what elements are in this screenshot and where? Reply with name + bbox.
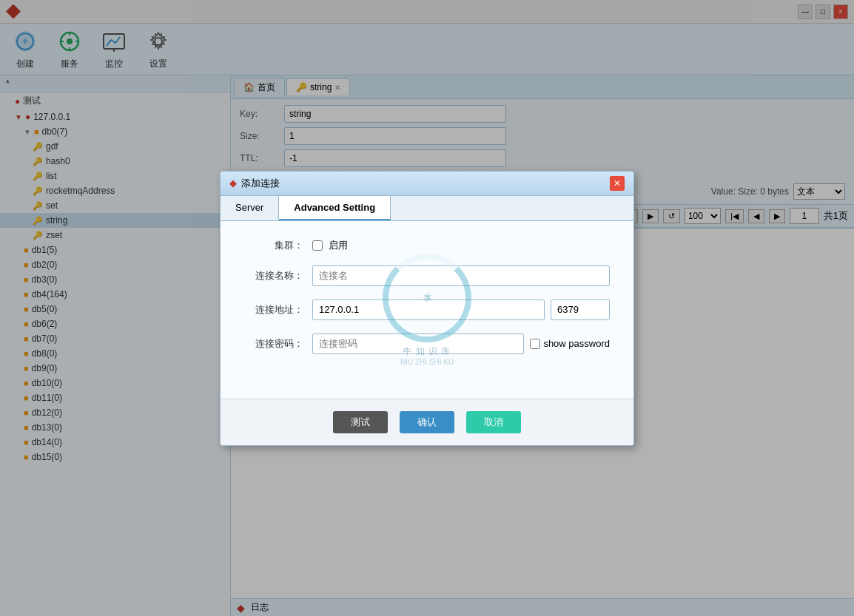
addr-group — [312, 299, 610, 320]
dialog-tab-server-label: Server — [235, 202, 263, 213]
show-password-checkbox[interactable] — [530, 339, 540, 349]
cluster-row: 集群： 启用 — [244, 239, 610, 252]
dialog: ◆ 添加连接 ✕ Server Advanced Setting 水 牛 知 识… — [220, 171, 634, 446]
cancel-dialog-button[interactable]: 取消 — [466, 411, 521, 433]
dialog-content: 水 牛 知 识 库 NIU ZHI SHI KU 集群： 启用 连接名称： — [221, 221, 633, 399]
dialog-title-group: ◆ 添加连接 — [229, 177, 280, 190]
port-input[interactable] — [551, 299, 610, 320]
modal-overlay: ◆ 添加连接 ✕ Server Advanced Setting 水 牛 知 识… — [0, 0, 854, 616]
pwd-label: 连接密码： — [244, 337, 303, 351]
cluster-enable-label: 启用 — [329, 239, 348, 252]
show-password-label: show password — [543, 338, 610, 349]
dialog-tab-server[interactable]: Server — [221, 196, 279, 220]
addr-label: 连接地址： — [244, 303, 303, 317]
cluster-label: 集群： — [244, 239, 303, 252]
name-label: 连接名称： — [244, 269, 303, 282]
addr-input[interactable] — [312, 299, 545, 320]
password-input[interactable] — [312, 334, 524, 354]
dialog-title-icon: ◆ — [229, 177, 237, 189]
dialog-tab-bar: Server Advanced Setting — [221, 196, 633, 221]
cluster-checkbox[interactable] — [312, 240, 323, 251]
dialog-close-button[interactable]: ✕ — [610, 176, 625, 191]
address-row: 连接地址： — [244, 299, 610, 320]
confirm-button[interactable]: 确认 — [400, 411, 454, 433]
test-button[interactable]: 测试 — [333, 411, 388, 433]
dialog-titlebar: ◆ 添加连接 ✕ — [221, 172, 633, 196]
watermark-subtitle: NIU ZHI SHI KU — [383, 358, 471, 366]
password-row: 连接密码： show password — [244, 334, 610, 354]
name-input[interactable] — [312, 265, 610, 286]
show-password-group: show password — [530, 338, 610, 349]
connection-name-row: 连接名称： — [244, 265, 610, 286]
cluster-group: 启用 — [312, 239, 348, 252]
dialog-tab-advanced[interactable]: Advanced Setting — [279, 196, 391, 220]
dialog-footer: 测试 确认 取消 — [221, 399, 633, 445]
dialog-tab-advanced-label: Advanced Setting — [294, 202, 375, 213]
dialog-title: 添加连接 — [241, 177, 280, 190]
